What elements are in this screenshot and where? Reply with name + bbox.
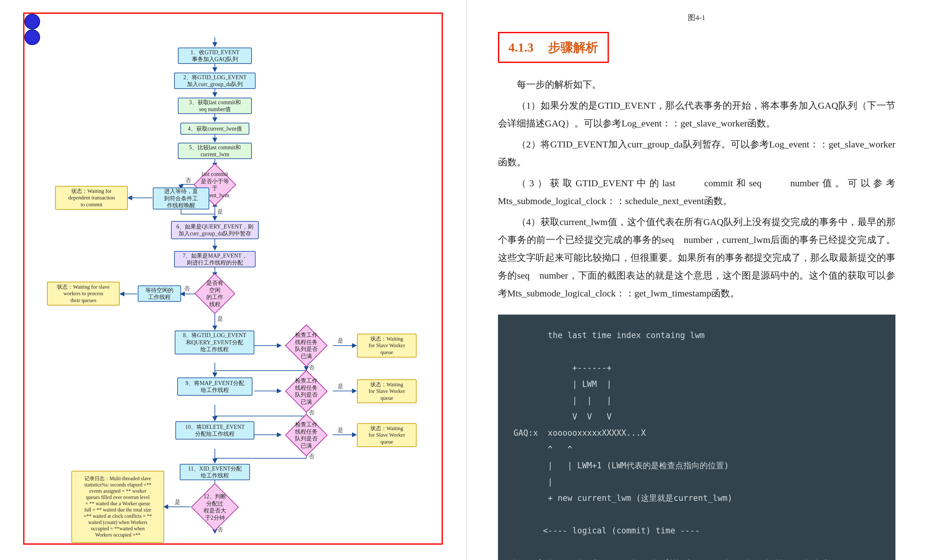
flow-d5-label: 检查工作 线程任务队列是否 已满 <box>295 421 318 449</box>
code-foot1b: committed <box>612 558 656 560</box>
section-title: 步骤解析 <box>548 40 598 54</box>
flow-d4-label: 检查工作 线程任务队列是否 已满 <box>295 377 318 405</box>
flow-d4: 检查工作 线程任务队列是否 已满 <box>285 370 328 412</box>
flowchart-frame: 1、收GTID_EVENT 事务加入GAQ队列 2、将GTID_LOG_EVEN… <box>23 12 443 545</box>
flow-n4: 4、获取current_lwm值 <box>180 123 249 135</box>
flow-d6: 12、判断分配过 程是否大于2分钟 <box>191 483 239 531</box>
flow-n6: 6、如果是QUERY_EVENT，则 加入curr_group_da队列中暂存 <box>171 221 259 239</box>
flow-d6-label: 12、判断分配过 程是否大于2分钟 <box>202 493 228 521</box>
flow-n5: 5、比较last commit和 current_lwm <box>178 143 252 159</box>
flow-w2: 等待空闲的 工作线程 <box>138 286 181 302</box>
edge-d2-yes: 是 <box>217 315 223 322</box>
flow-n3: 3、获取last commit和 seq number值 <box>178 98 252 114</box>
para-0: 每一步的解析如下。 <box>498 75 896 93</box>
edge-d5-yes: 是 <box>338 426 343 434</box>
flow-s6: 记录日志：Multi-threaded slave statistics%s: … <box>71 471 164 543</box>
flow-start <box>25 14 40 29</box>
flow-end <box>25 29 40 45</box>
edge-d1-yes: 是 <box>217 208 223 215</box>
flow-w1: 进入等待，直 到符合条件工 作线程唤醒 <box>153 188 209 209</box>
flow-d3: 检查工作 线程任务队列是否 已满 <box>285 324 328 367</box>
edge-d4-yes: 是 <box>338 383 343 390</box>
flow-d3-label: 检查工作 线程任务队列是否 已满 <box>295 331 318 360</box>
edge-d4-no: 否 <box>309 409 315 416</box>
flow-s4: 状态：Waiting for Slave Worker queue <box>357 379 416 403</box>
para-3: （3）获取GTID_EVENT中的last commit和seq number值… <box>498 174 896 210</box>
flow-s3: 状态：Waiting for Slave Worker queue <box>357 334 416 357</box>
flow-s1: 状态：Waiting for dependent transaction to … <box>55 186 128 210</box>
code-block: the last time index containg lwm +------… <box>498 315 896 560</box>
flow-s5: 状态：Waiting for Slave Worker queue <box>357 423 416 447</box>
flow-n11: 11、XID_EVENT分配 给工作线程 <box>180 464 250 480</box>
para-1: （1）如果分发的是GTID_EVENT，那么代表事务的开始，将本事务加入GAQ队… <box>498 96 896 132</box>
section-heading-box: 4.1.3 步骤解析 <box>498 32 609 63</box>
section-number: 4.1.3 <box>509 40 534 54</box>
edge-d2-no: 否 <box>184 285 190 292</box>
flow-d2: 是否有空闲 的工作线程 <box>194 273 235 314</box>
flow-n8: 8、将GTID_LOG_EVENT 和QUERY_EVENT分配 给工作线程 <box>175 331 254 354</box>
code-foot1d: for <box>685 558 700 560</box>
para-2: （2）将GTID_EVENT加入curr_group_da队列暂存。可以参考Lo… <box>498 135 896 171</box>
flow-s2: 状态：Waiting for slave workers to process … <box>47 282 120 306</box>
figure-caption: 图4-1 <box>498 12 896 23</box>
flow-n7: 7、如果是MAP_EVENT， 则进行工作线程的分配 <box>174 251 256 267</box>
flow-n10: 10、将DELETE_EVENT 分配给工作线程 <box>176 422 254 440</box>
para-4: （4）获取current_lwm值，这个值代表在所有GAQ队列上没有提交完成的事… <box>498 213 896 302</box>
code-body: the last time index containg lwm +------… <box>514 331 733 535</box>
edge-d6-no: 否 <box>217 526 223 533</box>
edge-d5-no: 否 <box>309 452 315 460</box>
code-foot1e: committed and discarded from <box>700 558 842 560</box>
flow-d2-label: 是否有空闲 的工作线程 <box>204 280 225 308</box>
edge-d3-no: 否 <box>309 364 315 371</box>
right-page: 图4-1 4.1.3 步骤解析 每一步的解析如下。 （1）如果分发的是GTID_… <box>467 0 933 560</box>
edge-d1-no: 否 <box>185 177 191 184</box>
flow-d5: 检查工作 线程任务队列是否 已满 <box>285 414 328 456</box>
flow-n9: 9、将MAP_EVENT分配 给工作线程 <box>177 377 253 396</box>
edge-d6-yes: 是 <box>175 498 180 506</box>
flow-n1: 1、收GTID_EVENT 事务加入GAQ队列 <box>178 48 252 64</box>
code-foot1c: , `X' <box>655 558 685 560</box>
edge-d3-yes: 是 <box>338 337 343 344</box>
flow-n2: 2、将GTID_LOG_EVENT 加入curr_group_da队列 <box>174 72 256 89</box>
left-page: 1、收GTID_EVENT 事务加入GAQ队列 2、将GTID_LOG_EVEN… <box>0 0 467 560</box>
code-foot1a: here `x' stands for <box>514 558 612 560</box>
